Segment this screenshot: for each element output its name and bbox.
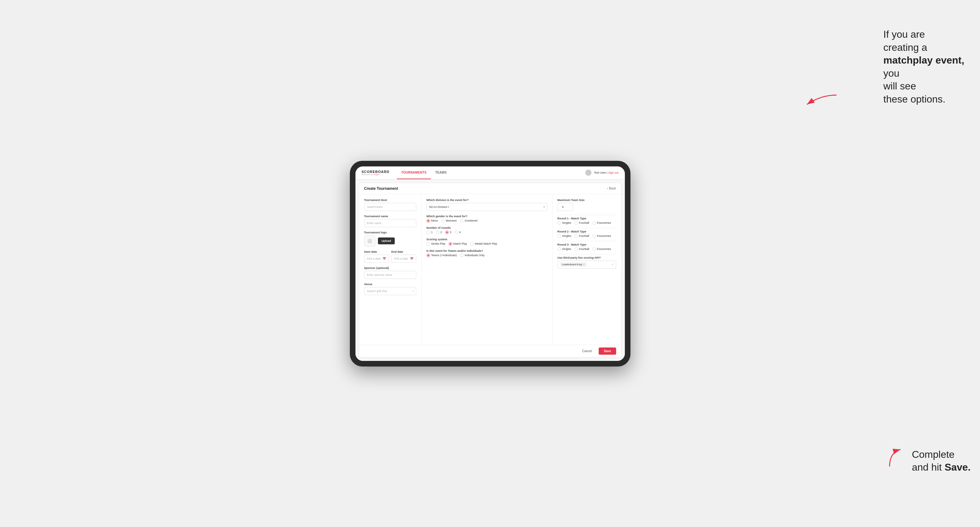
radio-teams-circle <box>426 254 430 257</box>
r1-fourball-circle <box>574 221 578 225</box>
sponsor-input[interactable] <box>364 271 416 279</box>
round2-foursomes[interactable]: Foursomes <box>592 234 611 238</box>
divider-2 <box>557 228 616 228</box>
gender-mens[interactable]: Mens <box>426 219 438 222</box>
scoring-match-play[interactable]: Match Play <box>449 242 468 246</box>
max-team-size-field: Maximum Team Size <box>557 198 616 211</box>
round1-foursomes[interactable]: Foursomes <box>592 221 611 225</box>
user-info: Test User | Sign out <box>594 171 618 174</box>
tournament-host-input[interactable] <box>364 203 416 211</box>
round-1[interactable]: 1 <box>426 231 433 234</box>
division-field: Which division is the event for? NCAA Di… <box>426 198 547 211</box>
round3-foursomes[interactable]: Foursomes <box>592 248 611 251</box>
main-content: Create Tournament ‹ Back Tournament Host <box>355 179 625 361</box>
r3-foursomes-circle <box>592 248 596 251</box>
individuals-only-option[interactable]: Individuals Only <box>460 254 485 257</box>
form-header: Create Tournament ‹ Back <box>359 183 621 194</box>
brand-sub: Powered by clippit <box>362 174 390 175</box>
teams-individuals-option[interactable]: Teams (+Individuals) <box>426 254 457 257</box>
round-1-label: 1 <box>431 231 433 234</box>
round2-match-type: Round 2 - Match Type Singles Fourball <box>557 230 616 238</box>
round-4[interactable]: 4 <box>455 231 461 234</box>
back-button[interactable]: ‹ Back <box>607 187 616 190</box>
r2-foursomes-label: Foursomes <box>597 234 611 238</box>
radio-r4-circle <box>455 231 458 234</box>
calendar-icon-end: 📅 <box>410 257 414 260</box>
round-2[interactable]: 2 <box>436 231 442 234</box>
tablet-frame: SCOREBOARD Powered by clippit TOURNAMENT… <box>350 161 630 367</box>
scoring-medal-match-play[interactable]: Medal Match Play <box>470 242 497 246</box>
r3-fourball-circle <box>574 248 578 251</box>
brand-name: SCOREBOARD <box>362 170 390 174</box>
avatar <box>585 170 592 176</box>
annotation-bottom-right: Completeand hit Save. <box>912 448 970 474</box>
upload-button[interactable]: Upload <box>378 238 395 244</box>
r3-singles-label: Singles <box>562 248 571 251</box>
calendar-icon: 📅 <box>383 257 386 260</box>
navbar: SCOREBOARD Powered by clippit TOURNAMENT… <box>355 167 625 179</box>
gender-womens[interactable]: Womens <box>441 219 457 222</box>
gender-mens-label: Mens <box>431 219 438 222</box>
form-title: Create Tournament <box>364 186 398 191</box>
third-party-select[interactable]: Leaderboard King × ▾ <box>557 260 616 269</box>
r2-fourball-label: Fourball <box>579 234 589 238</box>
round2-singles[interactable]: Singles <box>557 234 571 238</box>
tournament-host-field: Tournament Host <box>364 198 416 211</box>
save-button[interactable]: Save <box>599 348 616 355</box>
round1-label: Round 1 - Match Type <box>557 217 616 220</box>
r3-foursomes-label: Foursomes <box>597 248 611 251</box>
round1-match-type: Round 1 - Match Type Singles Fourball <box>557 217 616 225</box>
round-2-label: 2 <box>441 231 442 234</box>
form-right-column: Maximum Team Size Round 1 - Match Type S… <box>552 194 621 345</box>
round1-singles[interactable]: Singles <box>557 221 571 225</box>
third-party-field: Use third-party live scoring API? Leader… <box>557 256 616 269</box>
division-select-wrapper: NCAA Division I <box>426 203 547 211</box>
tab-teams[interactable]: TEAMS <box>431 167 451 179</box>
round3-fourball[interactable]: Fourball <box>574 248 589 251</box>
round-3-label: 3 <box>450 231 452 234</box>
max-team-size-input[interactable] <box>557 203 573 211</box>
round3-label: Round 3 - Match Type <box>557 243 616 246</box>
r1-fourball-label: Fourball <box>579 221 589 224</box>
navbar-right: Test User | Sign out <box>585 170 618 176</box>
tab-tournaments[interactable]: TOURNAMENTS <box>397 167 431 179</box>
scoring-radio-group: Stroke Play Match Play Medal Match Play <box>426 242 547 246</box>
tag-close-icon[interactable]: × <box>583 264 585 266</box>
third-party-label: Use third-party live scoring API? <box>557 256 616 259</box>
tournament-host-label: Tournament Host <box>364 198 416 202</box>
divider-4 <box>557 254 616 254</box>
venue-input[interactable] <box>364 287 416 295</box>
form-left-column: Tournament Host Tournament name Tourname… <box>359 194 422 345</box>
start-date-input[interactable]: Pick a date 📅 <box>364 255 389 263</box>
form-middle-column: Which division is the event for? NCAA Di… <box>422 194 552 345</box>
rounds-field: Number of rounds 1 2 <box>426 226 547 234</box>
chevron-left-icon: ‹ <box>607 187 608 190</box>
signout-link[interactable]: Sign out <box>608 171 618 174</box>
cancel-button[interactable]: Cancel <box>578 348 596 355</box>
rounds-radio-group: 1 2 3 <box>426 231 547 234</box>
teams-individuals-label: Is this event for Teams and/or Individua… <box>426 249 547 252</box>
radio-womens-circle <box>441 219 445 222</box>
r3-fourball-label: Fourball <box>579 248 589 251</box>
round2-fourball[interactable]: Fourball <box>574 234 589 238</box>
scoring-field: Scoring system Stroke Play Match Play <box>426 238 547 246</box>
sponsor-field: Sponsor (optional) <box>364 267 416 279</box>
start-date-field: Start date Pick a date 📅 <box>364 250 389 263</box>
image-icon: ⬜ <box>367 239 372 243</box>
arrow-bottom <box>883 446 908 469</box>
gender-combined[interactable]: Combined <box>460 219 477 222</box>
tournament-name-input[interactable] <box>364 219 416 227</box>
round3-singles[interactable]: Singles <box>557 248 571 251</box>
radio-stroke-circle <box>426 242 430 246</box>
round1-fourball[interactable]: Fourball <box>574 221 589 225</box>
annotation-top-right: If you arecreating amatchplay event, you… <box>883 28 970 106</box>
radio-individuals-circle <box>460 254 463 257</box>
round-3[interactable]: 3 <box>445 231 452 234</box>
scoring-stroke-play[interactable]: Stroke Play <box>426 242 445 246</box>
division-select[interactable]: NCAA Division I <box>426 203 547 211</box>
radio-medal-circle <box>470 242 474 246</box>
end-date-input[interactable]: Pick a date 📅 <box>391 255 416 263</box>
r1-singles-circle <box>557 221 561 225</box>
r1-foursomes-label: Foursomes <box>597 221 611 224</box>
round-4-label: 4 <box>459 231 461 234</box>
